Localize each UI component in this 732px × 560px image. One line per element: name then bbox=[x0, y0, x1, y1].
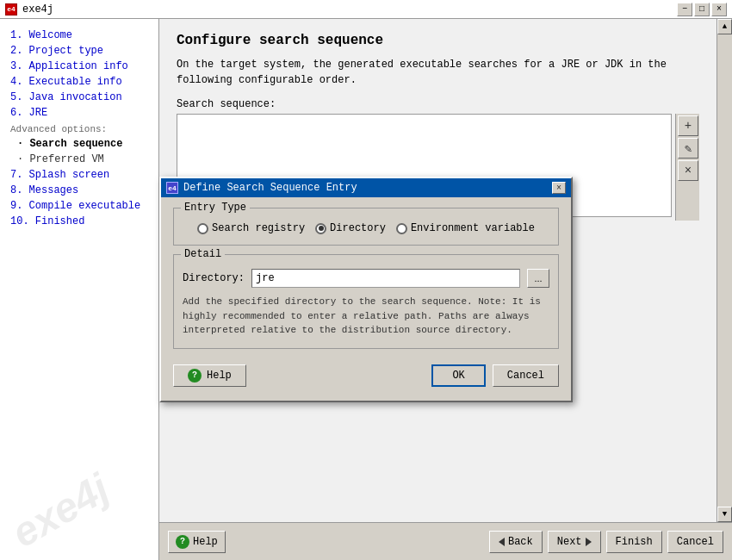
dialog-buttons: ? Help OK Cancel bbox=[173, 358, 559, 390]
browse-button[interactable]: ... bbox=[527, 269, 549, 288]
dialog-icon: e4 bbox=[166, 182, 178, 194]
minimize-button[interactable]: − bbox=[677, 3, 692, 16]
detail-note: Add the specified directory to the searc… bbox=[183, 291, 549, 341]
dialog-title: Define Search Sequence Entry bbox=[183, 182, 357, 194]
radio-env-var-indicator bbox=[396, 223, 407, 234]
window-controls: − □ × bbox=[677, 3, 727, 16]
detail-group: Detail Directory: ... Add the specified … bbox=[173, 254, 559, 349]
dialog-body: Entry Type Search registry Directory Env… bbox=[161, 197, 571, 401]
dialog-cancel-button[interactable]: Cancel bbox=[493, 364, 559, 387]
entry-type-group: Entry Type Search registry Directory Env… bbox=[173, 208, 559, 246]
radio-directory-indicator bbox=[315, 223, 326, 234]
detail-legend: Detail bbox=[181, 248, 225, 260]
dialog-ok-button[interactable]: OK bbox=[431, 364, 485, 387]
dialog-help-button[interactable]: ? Help bbox=[173, 364, 246, 387]
dialog-title-bar: e4 Define Search Sequence Entry × bbox=[161, 178, 571, 197]
close-button[interactable]: × bbox=[711, 3, 727, 16]
directory-row: Directory: ... bbox=[183, 262, 549, 291]
radio-registry-indicator bbox=[197, 223, 208, 234]
dialog-help-icon: ? bbox=[188, 369, 202, 383]
directory-label: Directory: bbox=[183, 272, 245, 284]
title-bar: e4 exe4j − □ × bbox=[0, 0, 732, 19]
entry-type-legend: Entry Type bbox=[181, 202, 250, 214]
window-title: exe4j bbox=[22, 3, 53, 16]
radio-directory[interactable]: Directory bbox=[315, 222, 386, 234]
app-icon: e4 bbox=[5, 3, 17, 16]
radio-env-var[interactable]: Environment variable bbox=[396, 222, 535, 234]
dialog-close-button[interactable]: × bbox=[552, 182, 566, 194]
radio-group: Search registry Directory Environment va… bbox=[183, 215, 549, 238]
directory-input[interactable] bbox=[251, 269, 520, 288]
dialog-buttons-right: OK Cancel bbox=[431, 364, 559, 387]
modal-overlay: e4 Define Search Sequence Entry × Entry … bbox=[0, 19, 732, 560]
maximize-button[interactable]: □ bbox=[694, 3, 710, 16]
define-search-dialog: e4 Define Search Sequence Entry × Entry … bbox=[159, 177, 573, 402]
radio-search-registry[interactable]: Search registry bbox=[197, 222, 305, 234]
